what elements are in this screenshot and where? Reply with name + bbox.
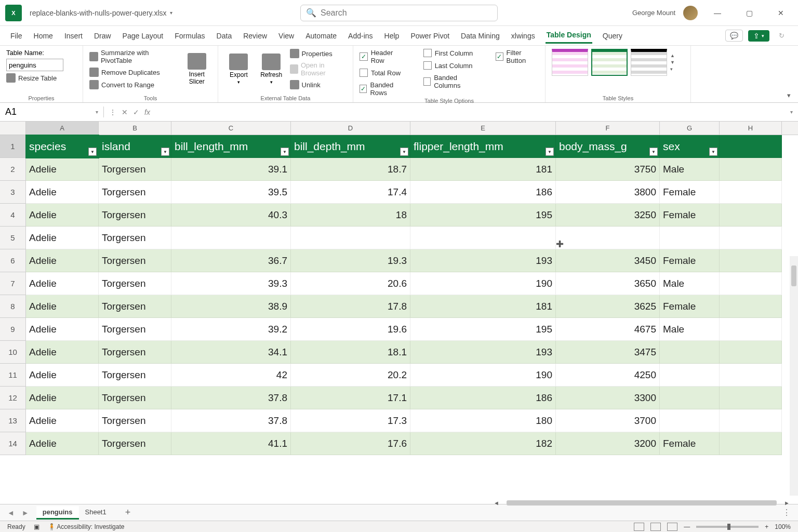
column-header-H[interactable]: H <box>720 122 782 135</box>
cell[interactable] <box>720 227 782 249</box>
cell[interactable]: 3250 <box>556 204 660 227</box>
cell[interactable] <box>720 249 782 272</box>
row-header-9[interactable]: 9 <box>0 318 25 341</box>
remove-duplicates-button[interactable]: Remove Duplicates <box>89 68 177 77</box>
cell[interactable]: Adelie <box>26 249 99 272</box>
first-column-checkbox[interactable]: First Column <box>423 49 481 57</box>
cell[interactable]: 20.2 <box>291 364 410 387</box>
cell[interactable]: 19.6 <box>291 318 410 341</box>
cell[interactable]: 3625 <box>556 295 660 318</box>
cell[interactable]: 17.3 <box>291 409 410 432</box>
collapse-ribbon-icon[interactable]: ▾ <box>787 91 791 99</box>
page-layout-view-button[interactable] <box>650 523 661 531</box>
cell[interactable]: Torgersen <box>99 158 171 181</box>
cell[interactable]: 3750 <box>556 158 660 181</box>
styles-more-icon[interactable]: ▾ <box>670 66 675 72</box>
ribbon-tab-help[interactable]: Help <box>383 29 401 43</box>
filter-dropdown-bill_depth_mm[interactable]: ▼ <box>400 148 408 156</box>
last-column-checkbox[interactable]: Last Column <box>423 61 481 70</box>
ribbon-tab-insert[interactable]: Insert <box>63 29 84 43</box>
row-header-14[interactable]: 14 <box>0 432 25 455</box>
row-header-11[interactable]: 11 <box>0 364 25 387</box>
cell[interactable]: Adelie <box>26 341 99 364</box>
cell[interactable]: Torgersen <box>99 272 171 295</box>
ribbon-tab-data[interactable]: Data <box>216 29 233 43</box>
share-button[interactable]: ⇪ ▾ <box>748 30 769 42</box>
row-header-2[interactable]: 2 <box>0 158 25 181</box>
table-properties-button[interactable]: Properties <box>290 49 347 58</box>
cell[interactable] <box>720 341 782 364</box>
row-header-1[interactable]: 1 <box>0 135 25 158</box>
cell[interactable]: 182 <box>410 432 556 455</box>
cell[interactable]: 180 <box>410 409 556 432</box>
cell[interactable]: Male <box>660 158 720 181</box>
cell[interactable]: Torgersen <box>99 249 171 272</box>
cell[interactable] <box>720 181 782 204</box>
styles-scroll-down-icon[interactable]: ▼ <box>670 60 675 65</box>
cell[interactable]: Female <box>660 204 720 227</box>
table-style-preview-1[interactable] <box>552 49 588 76</box>
row-header-3[interactable]: 3 <box>0 181 25 204</box>
cell[interactable]: 17.4 <box>291 181 410 204</box>
cell[interactable]: 193 <box>410 249 556 272</box>
cell[interactable] <box>720 409 782 432</box>
zoom-out-button[interactable]: — <box>684 523 690 530</box>
cell[interactable] <box>720 295 782 318</box>
ribbon-tab-table-design[interactable]: Table Design <box>546 28 592 44</box>
column-header-B[interactable]: B <box>99 122 171 135</box>
convert-range-button[interactable]: Convert to Range <box>89 80 177 89</box>
cell[interactable]: 190 <box>410 272 556 295</box>
cell[interactable]: 39.2 <box>171 318 291 341</box>
ribbon-tab-page-layout[interactable]: Page Layout <box>122 29 165 43</box>
cell[interactable]: 39.1 <box>171 158 291 181</box>
ribbon-tab-formulas[interactable]: Formulas <box>174 29 206 43</box>
column-header-A[interactable]: A <box>26 122 99 135</box>
table-style-preview-3[interactable] <box>631 49 667 76</box>
vertical-scrollbar[interactable] <box>790 256 798 496</box>
cell[interactable]: 195 <box>410 318 556 341</box>
cell[interactable] <box>660 409 720 432</box>
cell[interactable]: 186 <box>410 181 556 204</box>
cell[interactable]: Torgersen <box>99 432 171 455</box>
cell[interactable]: 17.1 <box>291 387 410 409</box>
table-header-island[interactable]: island▼ <box>99 135 171 158</box>
cell[interactable]: 36.7 <box>171 249 291 272</box>
cell[interactable]: 3475 <box>556 341 660 364</box>
cell[interactable]: Torgersen <box>99 387 171 409</box>
ribbon-tab-review[interactable]: Review <box>242 29 268 43</box>
row-header-8[interactable]: 8 <box>0 295 25 318</box>
filename-chevron-icon[interactable]: ▾ <box>170 10 172 16</box>
page-break-view-button[interactable] <box>667 523 677 531</box>
cell[interactable]: 181 <box>410 158 556 181</box>
insert-slicer-button[interactable]: Insert Slicer <box>182 49 211 89</box>
table-header-flipper_length_mm[interactable]: flipper_length_mm▼ <box>410 135 556 158</box>
cell[interactable]: 4675 <box>556 318 660 341</box>
row-header-7[interactable]: 7 <box>0 272 25 295</box>
unlink-button[interactable]: Unlink <box>290 80 347 89</box>
cell[interactable]: 181 <box>410 295 556 318</box>
cell[interactable]: 3450 <box>556 249 660 272</box>
accept-formula-icon[interactable]: ✓ <box>133 108 139 116</box>
formula-expand-icon[interactable]: ▾ <box>785 109 798 115</box>
cell[interactable]: Torgersen <box>99 204 171 227</box>
sheet-tab-sheet1[interactable]: Sheet1 <box>79 506 113 520</box>
cell[interactable] <box>720 135 782 158</box>
cell[interactable]: 17.6 <box>291 432 410 455</box>
search-box[interactable]: 🔍 Search <box>300 5 498 21</box>
avatar[interactable] <box>683 6 698 20</box>
fx-icon[interactable]: fx <box>144 108 150 116</box>
sheet-nav-next-icon[interactable]: ► <box>22 509 29 517</box>
cell[interactable]: Adelie <box>26 409 99 432</box>
add-sheet-button[interactable]: + <box>125 507 131 518</box>
cell[interactable]: Female <box>660 295 720 318</box>
refresh-button[interactable]: Refresh▾ <box>257 49 286 89</box>
cell[interactable]: 37.8 <box>171 409 291 432</box>
sheet-options-icon[interactable]: ⋮ <box>782 508 791 517</box>
cell[interactable]: Male <box>660 318 720 341</box>
table-header-species[interactable]: species▼ <box>26 135 99 158</box>
row-header-4[interactable]: 4 <box>0 204 25 227</box>
cell[interactable]: 3200 <box>556 432 660 455</box>
filter-button-checkbox[interactable]: ✓Filter Button <box>496 49 539 64</box>
banded-rows-checkbox[interactable]: ✓Banded Rows <box>360 81 408 97</box>
total-row-checkbox[interactable]: Total Row <box>360 69 408 77</box>
